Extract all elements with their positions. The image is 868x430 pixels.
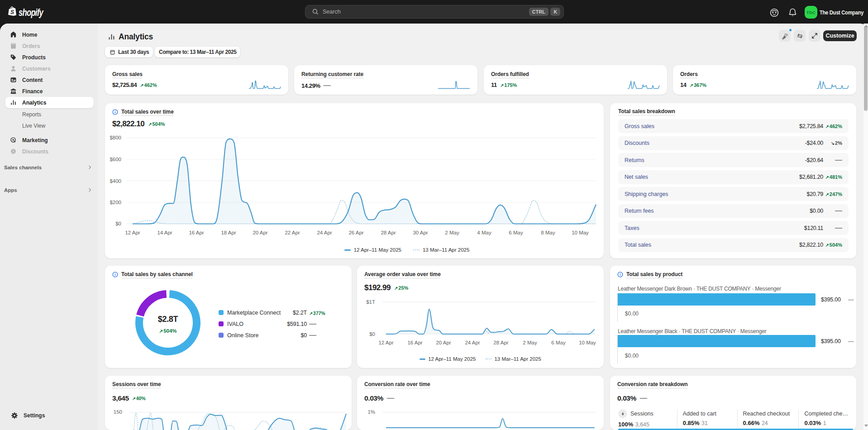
svg-text:16 Apr: 16 Apr bbox=[189, 230, 204, 235]
svg-text:20 Apr: 20 Apr bbox=[253, 230, 267, 235]
svg-text:$800: $800 bbox=[110, 135, 121, 140]
svg-text:28 Apr: 28 Apr bbox=[493, 340, 508, 345]
svg-text:2 May: 2 May bbox=[523, 340, 537, 345]
svg-text:4 May: 4 May bbox=[477, 230, 491, 235]
svg-text:S: S bbox=[10, 9, 14, 15]
svg-text:30 Apr: 30 Apr bbox=[413, 230, 428, 235]
svg-text:6 May: 6 May bbox=[509, 230, 523, 235]
svg-text:10 May: 10 May bbox=[579, 340, 596, 345]
svg-text:8 May: 8 May bbox=[541, 230, 555, 235]
svg-text:6 May: 6 May bbox=[551, 340, 566, 345]
svg-text:$0: $0 bbox=[115, 221, 121, 226]
svg-text:22 Apr: 22 Apr bbox=[285, 230, 300, 235]
svg-text:20 Apr: 20 Apr bbox=[436, 340, 451, 345]
svg-text:26 Apr: 26 Apr bbox=[348, 230, 363, 235]
svg-text:16 Apr: 16 Apr bbox=[407, 340, 422, 345]
svg-text:12 Apr: 12 Apr bbox=[378, 340, 393, 345]
svg-text:$400: $400 bbox=[110, 178, 121, 184]
svg-text:18 Apr: 18 Apr bbox=[221, 230, 236, 235]
svg-text:12 Apr: 12 Apr bbox=[125, 230, 140, 235]
svg-text:24 Apr: 24 Apr bbox=[317, 230, 332, 235]
svg-text:$200: $200 bbox=[110, 200, 121, 205]
svg-text:1%: 1% bbox=[367, 409, 375, 415]
svg-text:28 Apr: 28 Apr bbox=[381, 230, 396, 235]
svg-text:$600: $600 bbox=[110, 157, 121, 162]
svg-text:10 May: 10 May bbox=[572, 230, 589, 235]
svg-text:150: 150 bbox=[114, 409, 122, 415]
svg-text:14 Apr: 14 Apr bbox=[157, 230, 172, 235]
svg-text:24 Apr: 24 Apr bbox=[465, 340, 480, 345]
svg-text:2 May: 2 May bbox=[445, 230, 459, 235]
